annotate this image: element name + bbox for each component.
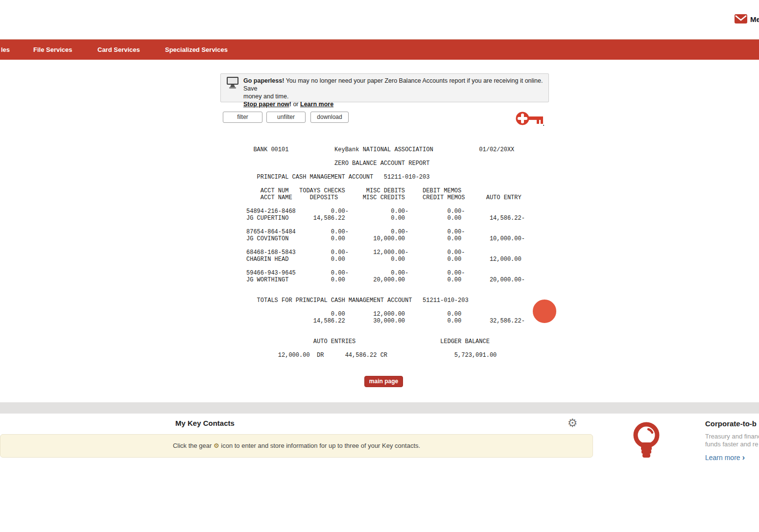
gear-inline-icon: ⚙ — [213, 442, 219, 449]
nav-item-card-services[interactable]: Card Services — [97, 40, 140, 60]
paperless-text: Go paperless! You may no longer need you… — [243, 77, 545, 108]
paperless-line2: money and time. — [243, 93, 545, 100]
lightbulb-icon — [632, 422, 661, 460]
my-key-contacts-title: My Key Contacts — [175, 419, 235, 427]
gear-icon[interactable]: ⚙ — [566, 416, 579, 430]
keybank-key-logo-icon — [516, 110, 544, 127]
main-navbar: les File Services Card Services Speciali… — [0, 39, 759, 60]
paperless-connector: or — [293, 101, 298, 108]
top-header: Me — [0, 0, 759, 39]
feedback-donut[interactable] — [533, 300, 556, 323]
computer-icon — [226, 76, 239, 90]
unfilter-button[interactable]: unfilter — [266, 112, 306, 123]
stop-paper-punct: ! — [289, 101, 291, 108]
learn-more-link[interactable]: Learn more › — [705, 453, 745, 463]
nav-item-specialized-services[interactable]: Specialized Services — [165, 40, 228, 60]
learn-more-label: Learn more — [705, 454, 740, 462]
download-button[interactable]: download — [310, 112, 349, 123]
messages-label[interactable]: Me — [750, 15, 759, 23]
promo-title: Corporate-to-b — [705, 419, 757, 428]
contacts-notice-post: icon to enter and store information for … — [221, 442, 420, 449]
messages-envelope-icon[interactable] — [735, 14, 747, 23]
chevron-right-icon: › — [742, 453, 745, 462]
report-text: BANK 00101 KeyBank NATIONAL ASSOCIATION … — [246, 146, 525, 359]
nav-item-file-services[interactable]: File Services — [33, 40, 72, 60]
paperless-intro: Go paperless! — [243, 77, 284, 84]
nav-item-les[interactable]: les — [1, 40, 10, 60]
main-page-button[interactable]: main page — [364, 376, 403, 387]
contacts-notice-pre: Click the gear — [173, 442, 212, 449]
paperless-notice: Go paperless! You may no longer need you… — [220, 73, 549, 102]
paperless-line1: You may no longer need your paper Zero B… — [243, 77, 543, 92]
filter-button[interactable]: filter — [223, 112, 262, 123]
contacts-notice: Click the gear ⚙ icon to enter and store… — [0, 434, 593, 458]
promo-line2: funds faster and re — [705, 440, 758, 448]
divider-band — [0, 402, 759, 414]
learn-more-paperless-link[interactable]: Learn more — [300, 101, 333, 108]
stop-paper-link[interactable]: Stop paper now — [243, 101, 289, 108]
promo-line1: Treasury and financ — [705, 433, 759, 440]
